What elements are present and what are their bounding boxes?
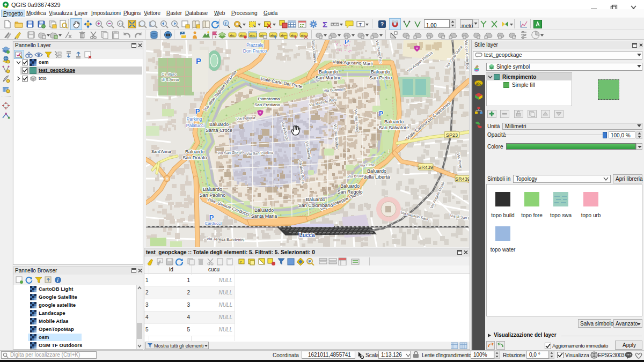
svg-text:San Frediano: San Frediano bbox=[254, 102, 281, 107]
svg-text:Palatucci: Palatucci bbox=[186, 123, 205, 128]
svg-text:Parking: Parking bbox=[187, 116, 202, 122]
svg-text:abc: abc bbox=[476, 82, 482, 85]
svg-text:San Dorato: San Dorato bbox=[182, 155, 207, 160]
svg-text:SR439: SR439 bbox=[455, 176, 469, 182]
svg-text:P: P bbox=[345, 40, 349, 46]
svg-text:Baluardo: Baluardo bbox=[254, 208, 274, 213]
svg-text:P: P bbox=[196, 56, 201, 65]
svg-text:Don Franco: Don Franco bbox=[243, 48, 267, 54]
svg-text:abc: abc bbox=[291, 34, 296, 37]
svg-text:Baluardo: Baluardo bbox=[371, 69, 390, 75]
svg-text:abc: abc bbox=[270, 34, 276, 37]
svg-text:Baluardo: Baluardo bbox=[203, 187, 222, 192]
svg-text:della Libertà: della Libertà bbox=[363, 174, 390, 180]
svg-text:Baluardo: Baluardo bbox=[340, 183, 360, 189]
svg-text:Baluardo: Baluardo bbox=[306, 197, 325, 202]
svg-text:San Colombano: San Colombano bbox=[298, 203, 333, 208]
svg-text:Cimitero: Cimitero bbox=[162, 72, 177, 77]
svg-text:Baluardo: Baluardo bbox=[367, 168, 386, 174]
svg-text:abc: abc bbox=[230, 34, 235, 37]
svg-text:San Paolino: San Paolino bbox=[200, 193, 226, 198]
svg-text:P: P bbox=[209, 213, 214, 221]
svg-text:Sant'Anna: Sant'Anna bbox=[151, 149, 171, 154]
svg-text:abc: abc bbox=[250, 34, 255, 37]
svg-text:SR439: SR439 bbox=[418, 165, 433, 170]
svg-text:San Martino: San Martino bbox=[316, 75, 342, 80]
svg-text:San Pietro: San Pietro bbox=[369, 75, 392, 80]
svg-text:Baluardo: Baluardo bbox=[319, 69, 338, 75]
svg-text:San Regolo: San Regolo bbox=[337, 189, 362, 195]
svg-text:T: T bbox=[359, 22, 362, 27]
svg-text:Baluardo: Baluardo bbox=[384, 119, 404, 124]
svg-text:1:1: 1:1 bbox=[119, 23, 123, 26]
svg-text:Piazzale: Piazzale bbox=[246, 42, 264, 48]
svg-text:San Salvatore: San Salvatore bbox=[379, 125, 409, 130]
svg-text:P: P bbox=[309, 259, 312, 264]
svg-text:Baluardo: Baluardo bbox=[185, 149, 204, 154]
svg-text:?: ? bbox=[380, 21, 384, 27]
svg-text:e: e bbox=[240, 260, 242, 264]
svg-text:di S.Anna: di S.Anna bbox=[162, 77, 179, 82]
svg-text:Santa Croce: Santa Croce bbox=[206, 128, 232, 133]
svg-text:P: P bbox=[195, 107, 200, 115]
svg-text:Baluardo: Baluardo bbox=[209, 122, 229, 127]
svg-text:Lucca: Lucca bbox=[299, 232, 315, 238]
svg-text:Piattaforma: Piattaforma bbox=[258, 97, 280, 101]
svg-text:Santa Maria: Santa Maria bbox=[251, 213, 277, 219]
svg-text:P: P bbox=[379, 110, 383, 117]
svg-text:1: 1 bbox=[215, 35, 217, 39]
svg-text:Σ: Σ bbox=[323, 20, 327, 28]
svg-text:SP23: SP23 bbox=[446, 132, 458, 138]
svg-text:Via Elisa: Via Elisa bbox=[360, 162, 375, 167]
svg-text:Carducci: Carducci bbox=[204, 221, 222, 226]
